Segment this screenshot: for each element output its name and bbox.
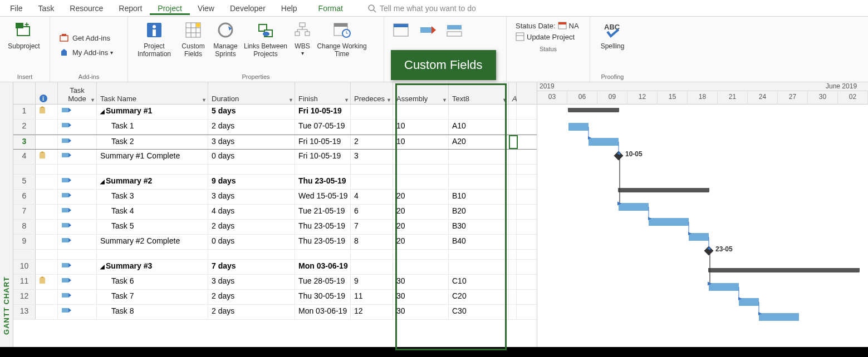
milestone-marker[interactable] [614,151,624,161]
predecessors-cell[interactable]: 9 [351,275,393,289]
predecessors-cell[interactable]: 11 [351,290,393,304]
menu-developer[interactable]: Developer [222,2,273,15]
my-addins-button[interactable]: My Add-ins ▾ [57,46,124,58]
text8-cell[interactable] [449,150,509,164]
task-name-cell[interactable]: ◢Summary #2 [97,175,208,189]
task-name-cell[interactable]: Task 5 [97,220,208,234]
extra-cell[interactable] [509,105,517,119]
assembly-cell[interactable]: 20 [393,205,449,219]
duration-cell[interactable]: 3 days [208,190,295,204]
text8-cell[interactable]: B40 [449,235,509,249]
indicator-cell[interactable] [36,260,58,274]
wbs-button[interactable]: WBS ▾ [290,18,315,72]
menu-help[interactable]: Help [273,2,305,15]
finish-cell[interactable]: Tue 28-05-19 [295,275,351,289]
links-between-projects-button[interactable]: Links Between Projects [242,18,290,72]
task-mode-cell[interactable] [58,220,97,234]
task-name-cell[interactable]: Task 8 [97,305,208,319]
finish-cell[interactable]: Mon 03-06-19 [295,260,351,274]
text8-cell[interactable]: C30 [449,305,509,319]
get-addins-button[interactable]: Get Add-ins [57,32,124,44]
task-mode-cell[interactable] [58,175,97,189]
assembly-header[interactable]: Assembly▼ [393,82,449,104]
table-row[interactable]: 13Task 82 daysMon 03-06-191230C30 [13,305,537,320]
text8-cell[interactable]: C20 [449,290,509,304]
table-row[interactable]: 10◢Summary #37 daysMon 03-06-19 [13,260,537,275]
indicator-cell[interactable] [36,305,58,319]
text8-cell[interactable]: A20 [449,135,509,149]
indicator-cell[interactable] [36,190,58,204]
extra-cell[interactable] [509,260,517,274]
predecessors-cell[interactable] [351,260,393,274]
finish-cell[interactable]: Fri 10-05-19 [295,135,351,149]
finish-cell[interactable]: Thu 23-05-19 [295,220,351,234]
task-name-cell[interactable]: Task 4 [97,205,208,219]
text8-cell[interactable]: B20 [449,205,509,219]
assembly-cell[interactable]: 30 [393,290,449,304]
task-name-cell[interactable]: ◢Summary #1 [97,105,208,119]
extra-cell[interactable] [509,235,517,249]
text8-cell[interactable] [449,175,509,189]
menu-file[interactable]: File [2,2,31,15]
task-mode-cell[interactable] [58,205,97,219]
text8-cell[interactable] [449,105,509,119]
row-number[interactable]: 2 [13,120,36,134]
row-number[interactable] [13,250,36,259]
task-mode-cell[interactable] [58,290,97,304]
extra-cell[interactable] [509,205,517,219]
duration-cell[interactable]: 5 days [208,105,295,119]
text8-cell[interactable] [449,260,509,274]
row-number[interactable]: 13 [13,305,36,319]
task-bar[interactable] [689,233,709,241]
subproject-button[interactable]: + Subproject [3,18,45,72]
indicator-cell[interactable] [36,235,58,249]
text8-cell[interactable]: A10 [449,120,509,134]
duration-cell[interactable]: 9 days [208,175,295,189]
table-row[interactable]: 7Task 44 daysTue 21-05-19620B20 [13,205,537,220]
predecessors-cell[interactable]: 12 [351,305,393,319]
assembly-cell[interactable] [393,175,449,189]
table-row[interactable]: 9Summary #2 Complete0 daysThu 23-05-1982… [13,235,537,250]
row-number[interactable]: 4 [13,150,36,164]
assembly-cell[interactable] [393,260,449,274]
predecessors-cell[interactable]: 8 [351,235,393,249]
change-working-time-button[interactable]: Change Working Time [315,18,369,72]
predecessors-cell[interactable]: 3 [351,150,393,164]
duration-cell[interactable]: 7 days [208,260,295,274]
gantt-chart[interactable]: 2019 June 2019 0306091215182124273002 10… [537,82,868,357]
extra-cell[interactable] [509,275,517,289]
task-name-cell[interactable]: Task 7 [97,290,208,304]
task-mode-cell[interactable] [58,260,97,274]
milestone-marker[interactable] [704,246,714,256]
text8-cell[interactable]: C10 [449,275,509,289]
task-bar[interactable] [619,203,649,211]
task-name-header[interactable]: Task Name▼ [97,82,208,104]
duration-cell[interactable]: 3 days [208,135,295,149]
row-number[interactable]: 3 [13,135,36,149]
table-row[interactable]: 1◢Summary #15 daysFri 10-05-19 [13,105,537,120]
extra-cell[interactable] [509,190,517,204]
extra-cell[interactable] [509,290,517,304]
duration-cell[interactable]: 2 days [208,220,295,234]
task-mode-header[interactable]: Task Mode▼ [58,82,97,104]
extra-cell[interactable] [509,305,517,319]
extra-cell[interactable] [509,150,517,164]
task-mode-cell[interactable] [58,150,97,164]
assembly-cell[interactable]: 20 [393,190,449,204]
task-mode-cell[interactable] [58,305,97,319]
custom-fields-button[interactable]: Custom Fields [177,18,209,72]
duration-cell[interactable]: 0 days [208,235,295,249]
table-row[interactable]: 12Task 72 daysThu 30-05-191130C20 [13,290,537,305]
predecessors-cell[interactable] [351,120,393,134]
table-row[interactable]: 11Task 63 daysTue 28-05-19930C10 [13,275,537,290]
row-number[interactable]: 10 [13,260,36,274]
indicator-cell[interactable] [36,150,58,164]
duration-header[interactable]: Duration▼ [208,82,295,104]
task-mode-cell[interactable] [58,190,97,204]
task-bar[interactable] [568,123,589,131]
status-date[interactable]: Status Date: NA [516,21,581,30]
finish-cell[interactable]: Fri 10-05-19 [295,105,351,119]
extra-cell[interactable] [509,175,517,189]
menu-view[interactable]: View [190,2,222,15]
finish-cell[interactable]: Thu 30-05-19 [295,290,351,304]
